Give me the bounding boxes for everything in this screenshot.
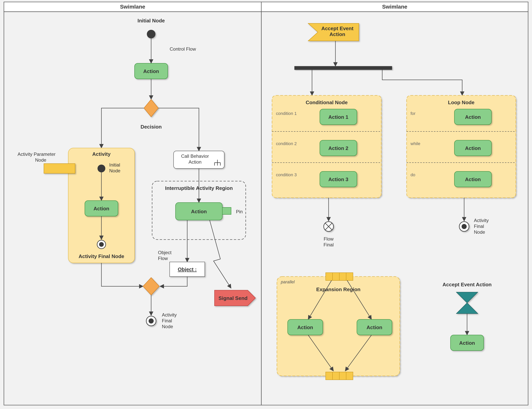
loop-action-for-label: Action [465,114,481,120]
initial-node-label: Initial Node [137,18,165,24]
decision-label: Decision [141,124,162,130]
svg-rect-14 [339,273,346,281]
loop-node[interactable]: Loop Node for Action while Action do Act… [407,95,516,198]
bottom-final-1: Activity [162,312,177,318]
call-behavior-label-2: Action [189,159,202,164]
svg-rect-12 [326,273,332,281]
svg-rect-17 [332,372,339,380]
accept-event-label-1: Accept Event [321,26,353,31]
cond2-label: condition 2 [276,141,297,146]
cond3-label: condition 3 [276,172,297,177]
interruptible-region-label: Interruptible Activity Region [165,185,233,191]
expansion-action-right-label: Action [367,325,382,330]
loop-final-3: Node [474,229,485,235]
object-label: Object : [178,266,197,272]
expansion-region[interactable]: parallel Expansion Region Action Action [277,273,400,380]
edge-interrupt-signal [210,220,231,288]
object-flow-label-2: Flow [158,256,168,261]
cond-action-3-label: Action 3 [328,176,349,182]
edge-decision-left [101,108,144,148]
time-action-label: Action [459,340,475,346]
activity-initial-label-2: Node [109,168,120,173]
loop-action-do-label: Action [465,176,481,182]
loop-final-1: Activity [474,218,489,223]
edge-activity-merge [101,263,143,286]
activity-final-inner [99,242,104,247]
activity-parameter-label-2: Node [35,157,46,163]
accept-event2-label: Accept Event Action [443,282,492,288]
svg-rect-15 [346,273,353,281]
activity-initial-node[interactable] [97,164,105,172]
activity-parameter-label-1: Activity Parameter [18,152,56,157]
loop-final-2: Final [474,224,484,229]
initial-node[interactable] [147,30,155,38]
activity-initial-label-1: Initial [109,162,120,167]
cond-action-1-label: Action 1 [328,114,349,120]
cond-action-2-label: Action 2 [328,145,349,151]
svg-rect-18 [339,372,346,380]
activity-action-label: Action [94,206,109,211]
activity-final-inner-left [149,318,154,324]
swimlane-left-title: Swimlane [120,4,145,10]
flow-final-label-1: Flow [324,236,334,242]
loop-title: Loop Node [448,100,475,105]
bottom-final-2: Final [162,318,172,323]
loop-do-label: do [410,172,415,177]
activity-final-label: Activity Final Node [79,253,124,259]
action-top-label: Action [143,68,159,74]
expansion-action-left-label: Action [297,325,313,330]
decision-node[interactable] [144,99,158,117]
activity-container[interactable]: Activity Initial Node Action Activity Fi… [68,148,134,263]
object-flow-label-1: Object [158,250,172,255]
fork-bar[interactable] [294,66,392,70]
expansion-pins-bottom [326,372,353,380]
loop-while-label: while [410,141,420,146]
expansion-mode-label: parallel [281,280,295,284]
pin-label: Pin [236,209,243,214]
control-flow-label: Control Flow [170,46,196,52]
swimlane-right-title: Swimlane [382,4,407,10]
call-behavior-label-1: Call Behavior [181,154,209,159]
region-action-label: Action [191,209,207,214]
svg-rect-13 [332,273,339,281]
edge-object-merge [160,277,187,286]
expansion-pins-top [326,273,353,281]
conditional-title: Conditional Node [306,100,348,105]
svg-rect-16 [326,372,332,380]
accept-event-label-2: Action [330,31,345,37]
signal-send-label: Signal Send [218,295,248,301]
edge-decision-right [158,108,199,151]
cond1-label: condition 1 [276,111,297,116]
edge-fork-loop [382,70,462,95]
activity-final-right-inner [462,224,467,229]
loop-for-label: for [410,111,416,116]
activity-parameter-node[interactable] [44,164,75,173]
bottom-final-3: Node [162,324,173,329]
svg-rect-19 [346,372,353,380]
activity-title: Activity [92,151,111,157]
pin[interactable] [222,208,231,214]
loop-action-while-label: Action [465,145,481,151]
time-event-icon[interactable] [456,292,478,314]
merge-node[interactable] [143,278,159,295]
flow-final-label-2: Final [323,242,334,247]
conditional-node[interactable]: Conditional Node condition 1 Action 1 co… [272,95,381,198]
